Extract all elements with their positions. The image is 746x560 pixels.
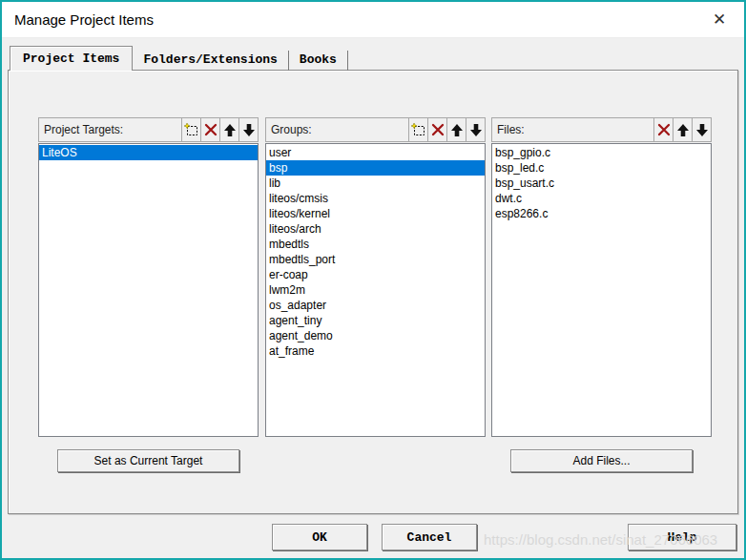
file-list-item[interactable]: bsp_led.c xyxy=(492,160,711,176)
move-down-icon[interactable] xyxy=(238,118,258,141)
file-list-item[interactable]: dwt.c xyxy=(492,191,711,206)
groups-header: Groups: xyxy=(265,117,486,142)
files-header: Files: xyxy=(491,117,712,142)
new-item-icon[interactable] xyxy=(181,118,200,141)
groups-list[interactable]: userbsplibliteos/cmsisliteos/kernelliteo… xyxy=(265,143,486,437)
group-list-item[interactable]: lib xyxy=(266,176,485,191)
move-down-icon[interactable] xyxy=(692,118,711,141)
groups-label: Groups: xyxy=(266,118,408,141)
group-list-item[interactable]: lwm2m xyxy=(266,282,485,298)
dialog-title: Manage Project Items xyxy=(14,11,154,28)
group-list-item[interactable]: mbedtls_port xyxy=(266,252,485,267)
target-list-item[interactable]: LiteOS xyxy=(39,145,258,160)
tab-page: Project Targets: LiteOS Set as Current T… xyxy=(8,70,738,514)
file-list-item[interactable]: esp8266.c xyxy=(492,206,711,221)
set-as-current-target-button[interactable]: Set as Current Target xyxy=(57,449,239,472)
move-up-icon[interactable] xyxy=(219,118,238,141)
files-label: Files: xyxy=(492,118,653,141)
move-up-icon[interactable] xyxy=(446,118,466,141)
group-list-item[interactable]: os_adapter xyxy=(266,298,485,313)
group-list-item[interactable]: liteos/arch xyxy=(266,221,485,237)
group-list-item[interactable]: liteos/kernel xyxy=(266,206,485,221)
close-icon[interactable]: ✕ xyxy=(708,9,731,31)
tab-books[interactable]: Books xyxy=(289,51,348,71)
tab-strip: Project Items Folders/Extensions Books xyxy=(10,46,348,71)
group-list-item[interactable]: agent_demo xyxy=(266,328,485,343)
delete-icon[interactable] xyxy=(200,118,219,141)
file-list-item[interactable]: bsp_gpio.c xyxy=(492,145,711,160)
group-list-item[interactable]: agent_tiny xyxy=(266,313,485,328)
targets-list[interactable]: LiteOS xyxy=(38,143,259,437)
group-list-item[interactable]: user xyxy=(266,145,485,160)
tab-folders-extensions[interactable]: Folders/Extensions xyxy=(133,51,288,71)
tab-project-items[interactable]: Project Items xyxy=(10,46,133,71)
new-item-icon[interactable] xyxy=(408,118,427,141)
group-list-item[interactable]: er-coap xyxy=(266,267,485,282)
cancel-button[interactable]: Cancel xyxy=(382,524,477,550)
targets-header: Project Targets: xyxy=(38,117,259,142)
ok-button[interactable]: OK xyxy=(272,524,367,550)
manage-project-items-dialog: Manage Project Items ✕ Project Items Fol… xyxy=(0,0,746,560)
move-up-icon[interactable] xyxy=(673,118,692,141)
files-list[interactable]: bsp_gpio.cbsp_led.cbsp_usart.cdwt.cesp82… xyxy=(491,143,712,437)
help-button[interactable]: Help xyxy=(628,524,736,550)
file-list-item[interactable]: bsp_usart.c xyxy=(492,176,711,191)
group-list-item[interactable]: liteos/cmsis xyxy=(266,191,485,206)
group-list-item[interactable]: mbedtls xyxy=(266,237,485,252)
targets-label: Project Targets: xyxy=(39,118,181,141)
group-list-item[interactable]: at_frame xyxy=(266,343,485,359)
titlebar: Manage Project Items xyxy=(2,2,744,38)
group-list-item[interactable]: bsp xyxy=(266,160,485,176)
delete-icon[interactable] xyxy=(427,118,446,141)
add-files-button[interactable]: Add Files... xyxy=(510,449,693,472)
delete-icon[interactable] xyxy=(653,118,673,141)
move-down-icon[interactable] xyxy=(466,118,485,141)
